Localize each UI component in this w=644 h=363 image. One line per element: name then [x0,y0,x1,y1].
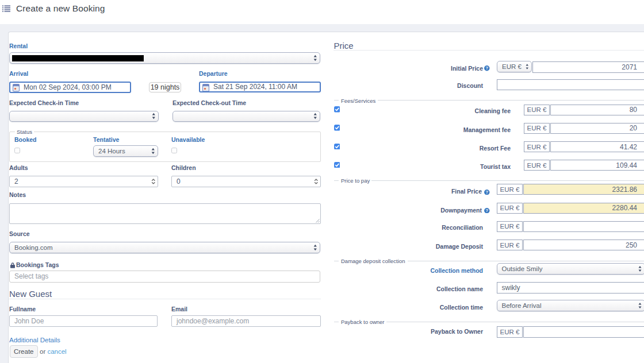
svg-text:?: ? [485,190,488,195]
svg-text:?: ? [485,208,488,213]
svg-text:?: ? [485,66,488,71]
